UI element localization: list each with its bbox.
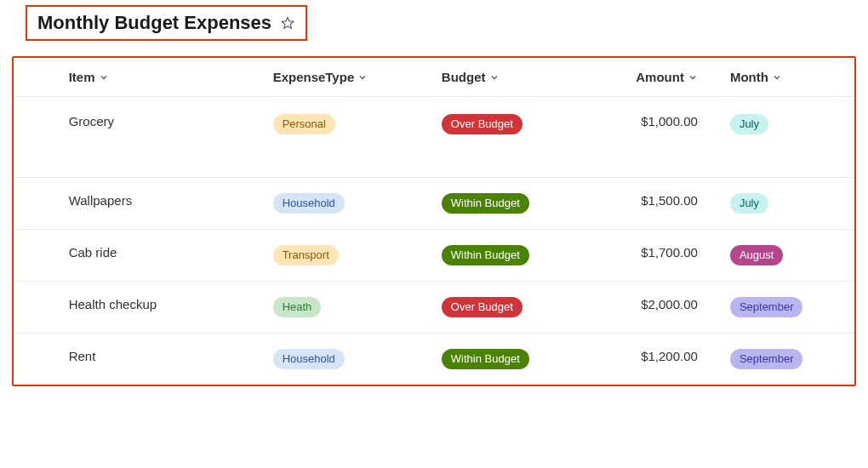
cell-item: Rent — [69, 334, 273, 385]
cell-budget: Over Budget — [442, 282, 597, 334]
month-badge[interactable]: July — [730, 193, 768, 214]
expense-type-badge[interactable]: Heath — [273, 297, 322, 317]
cell-amount: $1,500.00 — [597, 178, 729, 230]
budget-status-badge[interactable]: Over Budget — [442, 114, 523, 134]
item-name: Grocery — [69, 114, 114, 128]
cell-amount: $1,700.00 — [597, 230, 729, 282]
table-header-row: Item ExpenseType — [14, 58, 854, 97]
expenses-table-container: Item ExpenseType — [12, 56, 856, 386]
row-indent — [14, 178, 69, 230]
page-title: Monthly Budget Expenses — [37, 12, 271, 34]
column-header-label: Month — [730, 70, 768, 84]
cell-expense-type: Personal — [273, 97, 442, 178]
cell-amount: $2,000.00 — [597, 282, 729, 334]
row-indent — [14, 334, 69, 385]
budget-status-badge[interactable]: Within Budget — [442, 193, 529, 214]
cell-month: August — [730, 230, 854, 282]
chevron-down-icon — [688, 72, 698, 83]
column-header-expense-type[interactable]: ExpenseType — [273, 58, 442, 97]
cell-item: Wallpapers — [69, 178, 273, 230]
column-header-amount[interactable]: Amount — [597, 58, 729, 97]
page-title-bar: Monthly Budget Expenses — [26, 5, 307, 41]
cell-month: July — [730, 97, 854, 178]
row-indent — [14, 230, 69, 282]
table-row[interactable]: GroceryPersonalOver Budget$1,000.00July — [14, 97, 854, 178]
column-header-label: Item — [69, 70, 95, 84]
month-badge[interactable]: September — [730, 349, 803, 369]
cell-budget: Within Budget — [442, 230, 597, 282]
column-header-budget[interactable]: Budget — [442, 58, 597, 97]
item-name: Wallpapers — [69, 193, 132, 208]
header-spacer — [14, 58, 69, 97]
month-badge[interactable]: July — [730, 114, 768, 134]
column-header-item[interactable]: Item — [69, 58, 273, 97]
cell-item: Grocery — [69, 97, 273, 178]
cell-amount: $1,200.00 — [597, 334, 729, 385]
chevron-down-icon — [99, 72, 109, 83]
cell-expense-type: Household — [273, 334, 442, 385]
item-name: Health checkup — [69, 297, 157, 311]
month-badge[interactable]: September — [730, 297, 803, 317]
row-indent — [14, 97, 69, 178]
column-header-month[interactable]: Month — [730, 58, 854, 97]
cell-expense-type: Household — [273, 178, 442, 230]
cell-expense-type: Heath — [273, 282, 442, 334]
cell-expense-type: Transport — [273, 230, 442, 282]
row-indent — [14, 282, 69, 334]
cell-budget: Within Budget — [442, 334, 597, 385]
item-name: Cab ride — [69, 245, 117, 260]
table-row[interactable]: Cab rideTransportWithin Budget$1,700.00A… — [14, 230, 854, 282]
cell-month: September — [730, 334, 854, 385]
expense-type-badge[interactable]: Household — [273, 349, 345, 369]
favorite-star-icon[interactable] — [280, 15, 295, 31]
table-row[interactable]: WallpapersHouseholdWithin Budget$1,500.0… — [14, 178, 854, 230]
column-header-label: ExpenseType — [273, 70, 355, 84]
chevron-down-icon — [772, 72, 782, 83]
cell-budget: Over Budget — [442, 97, 597, 178]
cell-month: July — [730, 178, 854, 230]
expense-type-badge[interactable]: Transport — [273, 245, 339, 265]
table-row[interactable]: RentHouseholdWithin Budget$1,200.00Septe… — [14, 334, 854, 385]
cell-month: September — [730, 282, 854, 334]
item-name: Rent — [69, 349, 96, 363]
column-header-label: Amount — [636, 70, 684, 84]
table-row[interactable]: Health checkupHeathOver Budget$2,000.00S… — [14, 282, 854, 334]
chevron-down-icon — [357, 72, 368, 83]
column-header-label: Budget — [442, 70, 486, 84]
month-badge[interactable]: August — [730, 245, 783, 265]
cell-item: Health checkup — [69, 282, 273, 334]
cell-budget: Within Budget — [442, 178, 597, 230]
budget-status-badge[interactable]: Within Budget — [442, 349, 529, 369]
cell-item: Cab ride — [69, 230, 273, 282]
expense-type-badge[interactable]: Personal — [273, 114, 335, 134]
cell-amount: $1,000.00 — [597, 97, 729, 178]
budget-status-badge[interactable]: Over Budget — [442, 297, 523, 317]
expense-type-badge[interactable]: Household — [273, 193, 345, 214]
budget-status-badge[interactable]: Within Budget — [442, 245, 529, 265]
expenses-table: Item ExpenseType — [14, 58, 854, 385]
chevron-down-icon — [489, 72, 500, 83]
